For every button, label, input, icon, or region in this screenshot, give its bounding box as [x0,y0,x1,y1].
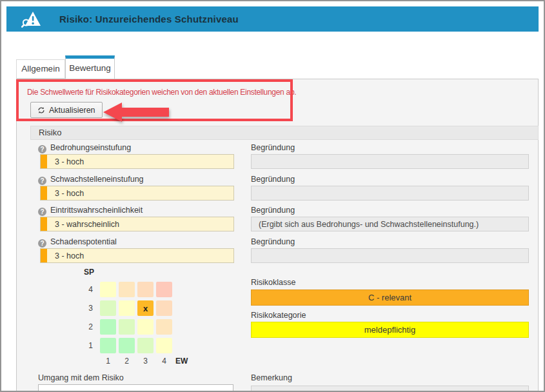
schwachstelleneinstufung-label: ?Schwachstelleneinstufung [38,175,144,185]
matrix-selected-cell: x [137,300,154,316]
help-icon[interactable]: ? [38,177,46,185]
matrix-cell [137,282,154,297]
risikoklasse-bar: C - relevant [251,289,529,306]
risk-matrix-grid: x [100,282,172,353]
matrix-cell [100,319,116,335]
matrix-cell [100,300,116,316]
schadenspotential-value: 3 - hoch [47,251,84,260]
threshold-warning-text: Die Schwellwerte für Risikokategorien we… [27,88,296,97]
aktualisieren-button[interactable]: Aktualisieren [30,102,103,118]
matrix-y-axis-label: SP [84,268,94,277]
risk-warning-icon [21,10,43,29]
matrix-cell [119,300,135,316]
eintrittswahrscheinlichkeit-value: 3 - wahrscheinlich [47,220,119,229]
begruendung-input-1[interactable] [251,154,529,169]
matrix-cell [137,319,154,335]
begruendung-label-4: Begründung [251,237,295,246]
eintrittswahrscheinlichkeit-select[interactable]: 3 - wahrscheinlich [40,217,234,231]
matrix-col-label: 2 [119,357,135,366]
matrix-col-label: 1 [100,357,116,366]
matrix-row-labels: 4321 [81,282,93,357]
tab-bewertung[interactable]: Bewertung [65,55,115,79]
help-icon[interactable]: ? [38,239,46,248]
dialog-header: Risiko: Unzureichendes Schutzniveau [6,6,539,32]
bedrohungseinstufung-value: 3 - hoch [47,157,84,166]
section-risiko-header: Risiko [30,126,539,140]
begruendung-input-4[interactable] [251,248,529,263]
matrix-cell [137,338,154,353]
matrix-col-label: 3 [137,357,154,366]
matrix-cell [119,319,135,335]
risikokategorie-label: Risikokategorie [251,311,306,320]
umgang-mit-dem-risiko-label: Umgang mit dem Risiko [38,373,124,382]
schwachstelleneinstufung-value: 3 - hoch [47,189,84,198]
rating-color-strip [41,217,47,231]
matrix-x-axis-label: EW [175,357,188,366]
umgang-mit-dem-risiko-select[interactable] [38,384,233,392]
schadenspotential-label: ?Schadenspotential [38,237,117,248]
begruendung-input-2[interactable] [251,186,529,201]
matrix-cell [119,282,135,297]
matrix-row-label: 1 [81,338,93,353]
matrix-cell [156,300,172,316]
rating-color-strip [41,249,47,262]
matrix-row-label: 4 [81,282,93,297]
matrix-col-label: 4 [156,357,172,366]
begruendung-label-1: Begründung [251,143,295,152]
risikokategorie-bar: meldepflichtig [251,322,529,338]
matrix-cell [119,338,135,353]
risikoklasse-label: Risikoklasse [251,278,295,287]
dialog-title: Risiko: Unzureichendes Schutzniveau [59,14,239,24]
tab-allgemein[interactable]: Allgemein [16,59,65,79]
begruendung-input-3[interactable] [251,217,529,231]
rating-color-strip [41,155,47,168]
matrix-cell [100,338,116,353]
matrix-col-labels: 1234 [100,357,172,366]
matrix-row-label: 2 [81,319,93,335]
matrix-row-label: 3 [81,300,93,316]
matrix-cell [156,319,172,335]
bemerkung-label: Bemerkung [251,373,292,382]
rating-color-strip [41,186,47,200]
aktualisieren-button-label: Aktualisieren [49,106,95,115]
window: Risiko: Unzureichendes Schutzniveau Allg… [0,0,545,392]
bedrohungseinstufung-select[interactable]: 3 - hoch [40,154,234,169]
matrix-cell [100,282,116,297]
matrix-cell [156,282,172,297]
begruendung-label-3: Begründung [251,206,295,215]
bedrohungseinstufung-label: ?Bedrohungseinstufung [38,143,131,153]
help-icon[interactable]: ? [38,208,46,216]
matrix-cell [156,338,172,353]
bemerkung-input[interactable] [251,386,529,392]
section-risiko-title: Risiko [39,128,61,137]
refresh-icon [37,106,45,114]
schadenspotential-select[interactable]: 3 - hoch [40,248,234,263]
eintrittswahrscheinlichkeit-label: ?Eintrittswahrscheinlichkeit [38,206,143,216]
schwachstelleneinstufung-select[interactable]: 3 - hoch [40,186,234,201]
begruendung-label-2: Begründung [251,175,295,184]
help-icon[interactable]: ? [38,145,46,153]
